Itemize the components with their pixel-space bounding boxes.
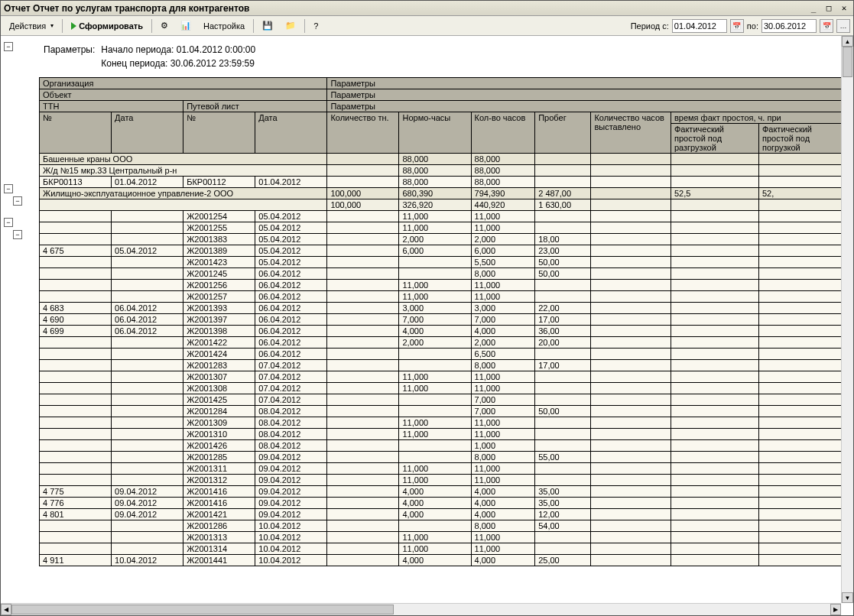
col-normh: Нормо-часы [399, 112, 471, 154]
help-icon[interactable]: ? [308, 18, 323, 34]
col-qty: Количество тн. [327, 112, 399, 154]
col-mileage: Пробег [535, 112, 591, 154]
scroll-thumb[interactable] [843, 47, 852, 77]
table-row[interactable]: БКР0011301.04.2012БКР0011201.04.201288,0… [40, 177, 847, 188]
period-dialog-button[interactable]: … [836, 19, 850, 33]
table-row[interactable]: Ж200131109.04.201211,00011,000 [40, 463, 847, 475]
table-row[interactable]: Ж200142406.04.20126,500 [40, 349, 847, 360]
table-row[interactable]: Жилищно-эксплуатационное управление-2 ОО… [40, 188, 847, 199]
period-from-label: Период с: [631, 21, 669, 31]
table-row[interactable]: Ж200142305.04.20125,50050,00 [40, 257, 847, 268]
table-row[interactable]: Ж200128408.04.20127,00050,00 [40, 406, 847, 417]
scroll-down-icon[interactable]: ▼ [842, 592, 853, 603]
tree-collapse-node[interactable]: − [4, 42, 13, 51]
titlebar: Отчет Отчет по услугам транспорта для ко… [1, 1, 853, 16]
col-idle-group: время факт простоя, ч. при [671, 112, 846, 124]
period-to-calendar-icon[interactable]: 📅 [820, 19, 833, 33]
load-settings-icon[interactable]: 📁 [280, 18, 301, 34]
table-row[interactable]: 4 80109.04.2012Ж200142109.04.20124,0004,… [40, 509, 847, 520]
save-settings-icon[interactable]: 💾 [257, 18, 278, 34]
table-row[interactable]: Ж/д №15 мкр.33 Центральный р-н88,00088,0… [40, 165, 847, 177]
table-row[interactable]: Ж200142608.04.20121,000 [40, 440, 847, 452]
table-row[interactable]: 4 67505.04.2012Ж200138905.04.20126,0006,… [40, 245, 847, 257]
period-from-calendar-icon[interactable]: 📅 [730, 19, 744, 33]
col-param: Параметры [327, 78, 847, 89]
close-button[interactable]: ✕ [838, 3, 850, 14]
table-row[interactable]: Ж200125405.04.201211,00011,000 [40, 211, 847, 222]
table-row[interactable]: 4 91110.04.2012Ж200144110.04.20124,0004,… [40, 555, 847, 566]
report-table: Организация Параметры Объект Параметры Т… [39, 77, 847, 566]
tree-collapse-node[interactable]: − [13, 196, 22, 206]
period-from-input[interactable] [672, 19, 727, 33]
table-row[interactable]: Ж200131008.04.201211,00011,000 [40, 429, 847, 440]
tree-collapse-node[interactable]: − [13, 230, 22, 239]
col-billed: Количество часов выставлено [591, 112, 671, 154]
col-idle-unload: Фактический простой под разгрузкой [671, 124, 758, 154]
toolbar: Действия Сформировать ⚙ 📊 Настройка 💾 📁 … [1, 16, 853, 36]
scroll-up-icon[interactable]: ▲ [842, 36, 853, 47]
col-no: № [40, 112, 112, 154]
minimize-button[interactable]: _ [807, 3, 820, 14]
table-row[interactable]: Ж200128307.04.20128,00017,00 [40, 360, 847, 371]
col-obj: Объект [40, 89, 327, 101]
vertical-scrollbar[interactable]: ▲ ▼ [841, 36, 853, 603]
params-label: Параметры: [44, 44, 99, 56]
settings-button[interactable]: Настройка [198, 18, 250, 34]
scroll-left-icon[interactable]: ◀ [1, 604, 11, 615]
form-button[interactable]: Сформировать [66, 18, 148, 34]
table-row[interactable]: 4 77509.04.2012Ж200141609.04.20124,0004,… [40, 486, 847, 498]
table-row[interactable]: Ж200142206.04.20122,0002,00020,00 [40, 337, 847, 349]
table-row[interactable]: Ж200131410.04.201211,00011,000 [40, 543, 847, 555]
period-to-input[interactable] [761, 19, 817, 33]
horizontal-scrollbar[interactable]: ◀ ▶ [1, 603, 841, 615]
table-row[interactable]: Ж200142507.04.20127,000 [40, 394, 847, 406]
col-date: Дата [112, 112, 183, 154]
table-row[interactable]: 4 69006.04.2012Ж200139706.04.20127,0007,… [40, 314, 847, 326]
actions-menu[interactable]: Действия [4, 18, 59, 34]
filter-icon[interactable]: ⚙ [155, 18, 174, 34]
scroll-right-icon[interactable]: ▶ [830, 604, 841, 615]
table-row[interactable]: Ж200125606.04.201211,00011,000 [40, 280, 847, 291]
play-icon [71, 22, 76, 30]
table-row[interactable]: 4 69906.04.2012Ж200139806.04.20124,0004,… [40, 326, 847, 337]
period-to-label: по: [747, 21, 758, 31]
window-title: Отчет Отчет по услугам транспорта для ко… [4, 3, 807, 14]
table-row[interactable]: Ж200130807.04.201211,00011,000 [40, 383, 847, 394]
maximize-button[interactable]: □ [823, 3, 835, 14]
table-row[interactable]: Ж200130707.04.201211,00011,000 [40, 371, 847, 383]
col-hours: Кол-во часов [471, 112, 535, 154]
table-row[interactable]: Ж200138305.04.20122,0002,00018,00 [40, 234, 847, 245]
table-row[interactable]: Ж200130908.04.201211,00011,000 [40, 417, 847, 429]
table-row[interactable]: 100,000326,920440,9201 630,00 [40, 199, 847, 211]
table-row[interactable]: Ж200125505.04.201211,00011,000 [40, 222, 847, 234]
construct-icon[interactable]: 📊 [175, 18, 196, 34]
tree-collapse-node[interactable]: − [4, 184, 13, 193]
table-row[interactable]: 4 77609.04.2012Ж200141609.04.20124,0004,… [40, 498, 847, 509]
table-row[interactable]: Ж200125706.04.201211,00011,000 [40, 291, 847, 303]
table-row[interactable]: Ж200131310.04.201211,00011,000 [40, 532, 847, 543]
col-idle-load: Фактический простой под погрузкой [758, 124, 846, 154]
content-area: − − − − − Параметры:Начало периода: 01.0… [1, 36, 853, 615]
tree-gutter: − − − − − [1, 36, 39, 615]
col-org: Организация [40, 78, 327, 89]
table-row[interactable]: Ж200131209.04.201211,00011,000 [40, 475, 847, 486]
table-row[interactable]: Ж200124506.04.20128,00050,00 [40, 268, 847, 280]
scroll-thumb[interactable] [11, 605, 394, 614]
report-area[interactable]: Параметры:Начало периода: 01.04.2012 0:0… [39, 36, 853, 615]
col-ttn: ТТН [40, 101, 183, 112]
params-start: Начало периода: 01.04.2012 0:00:00 [101, 44, 260, 56]
params-end: Конец периода: 30.06.2012 23:59:59 [101, 57, 260, 70]
param-block: Параметры:Начало периода: 01.04.2012 0:0… [42, 42, 261, 71]
table-row[interactable]: 4 68306.04.2012Ж200139306.04.20123,0003,… [40, 303, 847, 314]
period-box: Период с: 📅 по: 📅 … [631, 19, 850, 33]
table-row[interactable]: Ж200128509.04.20128,00055,00 [40, 452, 847, 463]
tree-collapse-node[interactable]: − [4, 218, 13, 227]
col-waybill: Путевой лист [183, 101, 327, 112]
table-row[interactable]: Ж200128610.04.20128,00054,00 [40, 520, 847, 532]
table-row[interactable]: Башенные краны ООО88,00088,000 [40, 154, 847, 165]
